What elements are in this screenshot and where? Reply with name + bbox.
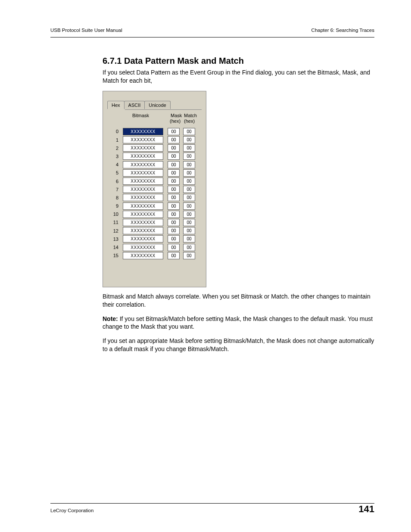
note-label: Note: bbox=[103, 315, 118, 322]
paragraph-mask-first: If you set an appropriate Mask before se… bbox=[103, 337, 374, 353]
row-index: 1 bbox=[110, 137, 118, 143]
header-hex-match: (hex) bbox=[184, 118, 195, 124]
paragraph-note: Note: If you set Bitmask/Match before se… bbox=[103, 315, 374, 331]
bitmask-field[interactable]: XXXXXXXX bbox=[123, 177, 163, 185]
match-field[interactable]: 00 bbox=[183, 169, 195, 177]
match-field[interactable]: 00 bbox=[183, 177, 195, 185]
bitmask-field[interactable]: XXXXXXXX bbox=[123, 186, 163, 193]
mask-field[interactable]: 00 bbox=[168, 211, 180, 218]
match-field[interactable]: 00 bbox=[183, 161, 195, 168]
mask-field[interactable]: 00 bbox=[168, 177, 180, 185]
match-field[interactable]: 00 bbox=[183, 144, 195, 152]
bitmask-field[interactable]: XXXXXXXX bbox=[123, 136, 163, 143]
match-field[interactable]: 00 bbox=[183, 244, 195, 251]
tabs: Hex ASCII Unicode bbox=[107, 101, 170, 109]
row-index: 0 bbox=[110, 129, 118, 134]
bitmask-field[interactable]: XXXXXXXX bbox=[123, 244, 163, 251]
mask-field[interactable]: 00 bbox=[168, 235, 180, 243]
match-field[interactable]: 00 bbox=[183, 186, 195, 193]
mask-field[interactable]: 00 bbox=[168, 136, 180, 143]
match-field[interactable]: 00 bbox=[183, 219, 195, 226]
mask-field[interactable]: 00 bbox=[168, 202, 180, 210]
paragraph-correlate: Bitmask and Match always correlate. When… bbox=[103, 292, 374, 309]
page-header: USB Protocol Suite User Manual Chapter 6… bbox=[50, 28, 374, 33]
intro-paragraph: If you select Data Pattern as the Event … bbox=[103, 68, 374, 85]
mask-field[interactable]: 00 bbox=[168, 227, 180, 234]
header-mask: Mask bbox=[171, 113, 182, 118]
match-field[interactable]: 00 bbox=[183, 136, 195, 143]
bitmask-field[interactable]: XXXXXXXX bbox=[123, 235, 163, 243]
row-index: 9 bbox=[110, 203, 118, 208]
mask-field[interactable]: 00 bbox=[168, 252, 180, 259]
mask-field[interactable]: 00 bbox=[168, 186, 180, 193]
tab-unicode[interactable]: Unicode bbox=[144, 101, 170, 109]
rows-container: 0XXXXXXXX00001XXXXXXXX00002XXXXXXXX00003… bbox=[110, 128, 202, 260]
footer-page-number: 141 bbox=[358, 504, 374, 515]
match-field[interactable]: 00 bbox=[183, 252, 195, 259]
bitmask-field[interactable]: XXXXXXXX bbox=[123, 152, 163, 160]
header-hex-mask: (hex) bbox=[170, 118, 181, 124]
dialog-screenshot: Hex ASCII Unicode Bitmask Mask Match (he… bbox=[103, 91, 206, 287]
table-row: 10XXXXXXXX0000 bbox=[110, 210, 202, 218]
content-area: 6.7.1 Data Pattern Mask and Match If you… bbox=[103, 56, 374, 359]
table-row: 3XXXXXXXX0000 bbox=[110, 152, 202, 160]
table-row: 8XXXXXXXX0000 bbox=[110, 193, 202, 202]
table-row: 15XXXXXXXX0000 bbox=[110, 252, 202, 260]
bitmask-field[interactable]: XXXXXXXX bbox=[123, 161, 163, 168]
mask-field[interactable]: 00 bbox=[168, 161, 180, 168]
row-index: 8 bbox=[110, 195, 118, 200]
row-index: 12 bbox=[110, 228, 118, 233]
match-field[interactable]: 00 bbox=[183, 128, 195, 135]
row-index: 5 bbox=[110, 170, 118, 175]
section-heading: 6.7.1 Data Pattern Mask and Match bbox=[103, 56, 374, 66]
row-index: 15 bbox=[110, 253, 118, 258]
bitmask-field[interactable]: XXXXXXXX bbox=[123, 211, 163, 218]
mask-field[interactable]: 00 bbox=[168, 144, 180, 152]
header-bitmask: Bitmask bbox=[132, 113, 149, 118]
row-index: 2 bbox=[110, 146, 118, 151]
match-field[interactable]: 00 bbox=[183, 152, 195, 160]
note-text: If you set Bitmask/Match before setting … bbox=[103, 315, 373, 330]
bitmask-field[interactable]: XXXXXXXX bbox=[123, 194, 163, 201]
table-row: 14XXXXXXXX0000 bbox=[110, 243, 202, 251]
match-field[interactable]: 00 bbox=[183, 211, 195, 218]
table-row: 6XXXXXXXX0000 bbox=[110, 177, 202, 185]
table-row: 5XXXXXXXX0000 bbox=[110, 169, 202, 177]
row-index: 13 bbox=[110, 236, 118, 242]
match-field[interactable]: 00 bbox=[183, 194, 195, 201]
header-match: Match bbox=[184, 113, 197, 118]
row-index: 3 bbox=[110, 154, 118, 159]
header-right: Chapter 6: Searching Traces bbox=[311, 28, 374, 33]
bitmask-field[interactable]: XXXXXXXX bbox=[123, 227, 163, 234]
bitmask-field[interactable]: XXXXXXXX bbox=[123, 144, 163, 152]
table-row: 13XXXXXXXX0000 bbox=[110, 235, 202, 243]
match-field[interactable]: 00 bbox=[183, 227, 195, 234]
match-field[interactable]: 00 bbox=[183, 235, 195, 243]
bitmask-field[interactable]: XXXXXXXX bbox=[123, 219, 163, 226]
table-row: 4XXXXXXXX0000 bbox=[110, 161, 202, 169]
tab-ascii[interactable]: ASCII bbox=[124, 101, 145, 109]
bitmask-field[interactable]: XXXXXXXX bbox=[123, 128, 163, 135]
header-left: USB Protocol Suite User Manual bbox=[50, 28, 122, 33]
header-rule bbox=[50, 37, 374, 37]
table-row: 0XXXXXXXX0000 bbox=[110, 128, 202, 136]
bitmask-field[interactable]: XXXXXXXX bbox=[123, 202, 163, 210]
tabs-baseline bbox=[107, 109, 202, 110]
bitmask-field[interactable]: XXXXXXXX bbox=[123, 252, 163, 259]
row-index: 6 bbox=[110, 179, 118, 184]
table-row: 7XXXXXXXX0000 bbox=[110, 185, 202, 193]
table-row: 12XXXXXXXX0000 bbox=[110, 227, 202, 235]
tab-hex[interactable]: Hex bbox=[107, 101, 125, 109]
mask-field[interactable]: 00 bbox=[168, 244, 180, 251]
mask-field[interactable]: 00 bbox=[168, 169, 180, 177]
mask-field[interactable]: 00 bbox=[168, 219, 180, 226]
row-index: 4 bbox=[110, 162, 118, 167]
match-field[interactable]: 00 bbox=[183, 202, 195, 210]
mask-field[interactable]: 00 bbox=[168, 152, 180, 160]
mask-field[interactable]: 00 bbox=[168, 128, 180, 135]
table-row: 11XXXXXXXX0000 bbox=[110, 218, 202, 227]
bitmask-field[interactable]: XXXXXXXX bbox=[123, 169, 163, 177]
row-index: 10 bbox=[110, 212, 118, 217]
mask-field[interactable]: 00 bbox=[168, 194, 180, 201]
footer-corporation: LeCroy Corporation bbox=[50, 508, 93, 513]
